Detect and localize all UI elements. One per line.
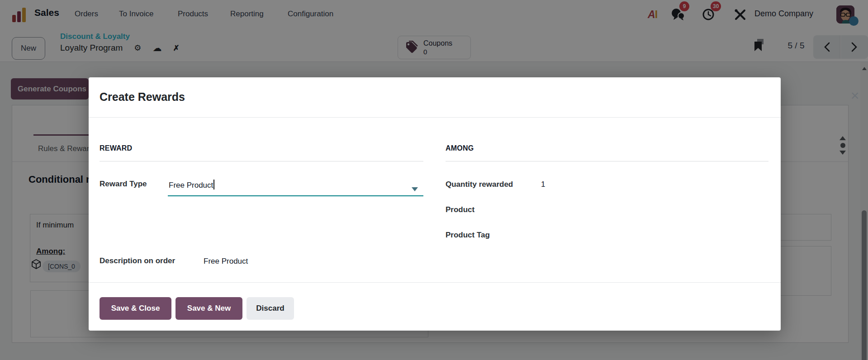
quantity-label: Quantity rewarded bbox=[446, 180, 513, 189]
description-label: Description on order bbox=[100, 256, 175, 265]
text-cursor bbox=[213, 180, 214, 189]
product-tag-label: Product Tag bbox=[446, 231, 490, 240]
reward-type-value: Free Product bbox=[169, 181, 213, 189]
reward-section-title: REWARD bbox=[100, 144, 132, 152]
among-section-title: AMONG bbox=[446, 144, 474, 152]
close-icon[interactable]: × bbox=[845, 85, 865, 105]
save-and-new-button[interactable]: Save & New bbox=[175, 297, 242, 320]
product-label: Product bbox=[446, 205, 474, 214]
footer-divider bbox=[89, 282, 781, 283]
reward-type-field[interactable]: Free Product bbox=[169, 180, 214, 190]
dialog-title: Create Rewards bbox=[100, 90, 185, 104]
description-field[interactable]: Free Product bbox=[204, 257, 248, 266]
reward-section-underline bbox=[100, 161, 423, 161]
quantity-field[interactable]: 1 bbox=[541, 180, 545, 189]
save-and-close-button[interactable]: Save & Close bbox=[100, 297, 171, 320]
reward-type-label: Reward Type bbox=[100, 180, 147, 189]
header-divider bbox=[89, 117, 781, 118]
reward-type-field-underline bbox=[168, 195, 423, 196]
among-section-underline bbox=[446, 161, 768, 161]
discard-button[interactable]: Discard bbox=[247, 297, 294, 320]
create-rewards-dialog: Create Rewards × REWARD Reward Type Free… bbox=[89, 77, 781, 331]
dropdown-caret-icon[interactable] bbox=[412, 187, 418, 191]
